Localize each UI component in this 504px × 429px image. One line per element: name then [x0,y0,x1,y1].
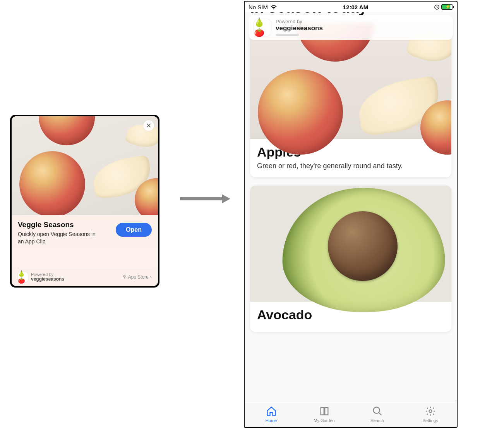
book-icon [319,406,330,417]
progress-bar [276,34,299,36]
app-clip-title: Veggie Seasons [18,221,103,229]
tab-label: Home [266,418,277,423]
divider [18,268,152,268]
app-logo-icon: 🍐🍅 [254,19,271,36]
banner-app-name: veggieseasons [276,24,323,32]
card-subtitle: Green or red, they're generally round an… [257,162,444,170]
tab-my-garden[interactable]: My Garden [298,401,351,427]
powered-by-app-name: veggieseasons [31,277,64,282]
veggie-card-apples[interactable]: Apples Green or red, they're generally r… [250,23,451,177]
card-image [250,23,451,139]
powered-by-block: 🍐🍅 Powered by veggieseasons [18,272,64,282]
orientation-lock-icon [434,4,440,10]
veggie-card-avocado[interactable]: Avocado [250,186,451,332]
tab-home[interactable]: Home [245,401,298,427]
card-image [250,186,451,302]
flow-arrow-icon [178,191,232,207]
powered-by-label: Powered by [276,19,323,24]
tab-label: Search [370,418,384,423]
phone-frame: No SIM 12:02 AM ⚡ In season today [244,1,458,428]
home-icon [266,406,277,417]
app-clip-card: ✕ Veggie Seasons Quickly open Veggie Sea… [10,115,159,288]
close-button[interactable]: ✕ [143,120,154,131]
tab-label: My Garden [314,418,334,423]
tab-search[interactable]: Search [351,401,404,427]
app-store-label: App Store [128,274,149,280]
wifi-icon [270,4,277,10]
svg-point-5 [429,410,432,412]
status-bar: No SIM 12:02 AM ⚡ [245,2,457,12]
carrier-label: No SIM [249,4,268,10]
svg-line-4 [379,412,381,415]
svg-marker-1 [222,194,230,203]
app-clip-subtitle: Quickly open Veggie Seasons in an App Cl… [18,231,103,245]
chevron-right-icon: › [150,274,152,280]
app-logo-icon: 🍐🍅 [18,272,28,282]
app-clip-banner[interactable]: 🍐🍅 Powered by veggieseasons [249,15,453,40]
open-button[interactable]: Open [116,223,152,237]
gear-icon [425,406,436,417]
app-clip-hero-image: ✕ [12,116,158,215]
close-icon: ✕ [146,122,151,130]
scroll-area[interactable]: In season today Apples Green or red, the… [245,12,457,401]
tab-settings[interactable]: Settings [404,401,457,427]
search-icon [372,406,383,417]
app-store-link[interactable]: App Store › [122,274,152,280]
battery-icon: ⚡ [441,4,453,10]
tab-bar: Home My Garden Search Settings [245,401,457,427]
tab-label: Settings [423,418,438,423]
app-store-icon [122,274,127,280]
clock-label: 12:02 AM [343,4,368,10]
svg-point-3 [373,407,379,413]
